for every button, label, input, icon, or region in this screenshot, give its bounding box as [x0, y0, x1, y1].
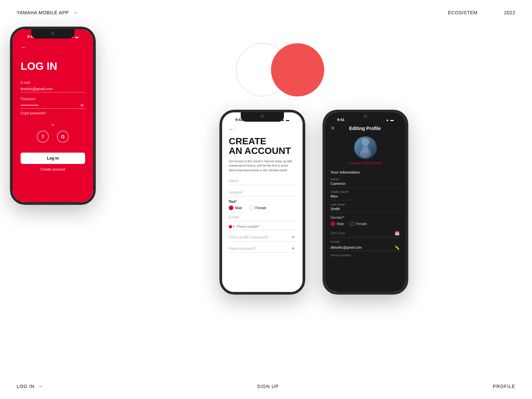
battery-icon-signup: ▬: [286, 118, 289, 122]
profile-middle-name-label: Middle name*: [331, 190, 400, 194]
circle-red-decoration: [271, 43, 324, 96]
phone-number-input[interactable]: [236, 225, 296, 228]
profile-last-name-label: Last name*: [331, 203, 400, 206]
profile-email-label: E-mail*: [331, 240, 400, 243]
footer-login: LOG IN →: [17, 384, 43, 389]
footer-profile-label: PROFILE: [493, 384, 515, 389]
male-radio[interactable]: Male: [229, 205, 242, 210]
login-back-button[interactable]: ←: [21, 44, 85, 51]
password-toggle-signup-icon[interactable]: 👁: [291, 235, 295, 240]
app-name: YAMAHA MOBILE APP: [17, 10, 69, 15]
login-title: LOG IN: [21, 61, 85, 71]
birth-date-input[interactable]: [331, 229, 400, 237]
profile-name-label: Name*: [331, 178, 400, 181]
gender-radio-group: Male Female: [229, 205, 296, 210]
gender-label: Пол*: [229, 200, 296, 203]
avatar-person-svg: [354, 137, 376, 159]
phone-login-frame: 9:41 ▲ ▬ ← LOG IN E-mail: [10, 27, 96, 205]
phone-profile-frame: 9:41 ▲ ▬ ✕ Editing Profile: [323, 110, 408, 295]
password-input[interactable]: [21, 102, 85, 109]
profile-gender-row: Male Female: [331, 221, 400, 226]
profile-phone-label: Phone number*: [331, 254, 400, 257]
signup-email-input[interactable]: [229, 213, 296, 221]
profile-avatar-section: Change profile picture: [331, 136, 400, 165]
profile-female-radio-circle[interactable]: [349, 221, 354, 226]
calendar-icon[interactable]: 📅: [395, 231, 400, 236]
phone-login-mockup: 9:41 ▲ ▬ ← LOG IN E-mail: [10, 27, 96, 205]
avatar-image: [354, 137, 376, 159]
birth-date-wrapper: 📅: [331, 229, 400, 237]
change-profile-picture-link[interactable]: Change profile picture: [349, 161, 382, 165]
signup-description: Get access to the owner's manual, keep u…: [229, 159, 296, 173]
social-buttons: f G: [21, 131, 85, 143]
phone-signup-mockup: 9:41 ▲ ▬ ← CREATE AN ACCOUNT: [219, 110, 305, 295]
forgot-password-link[interactable]: Fogot password?: [21, 111, 85, 115]
phone-profile-mockup: 9:41 ▲ ▬ ✕ Editing Profile: [323, 110, 408, 295]
profile-name-group: Name* Cameron: [331, 178, 400, 188]
svg-rect-3: [362, 146, 369, 153]
email-edit-icon[interactable]: ✏️: [395, 245, 400, 250]
email-input[interactable]: [21, 85, 85, 92]
profile-last-name-group: Last name* Smith: [331, 203, 400, 213]
battery-icon: ▬: [75, 35, 78, 39]
facebook-button[interactable]: f: [37, 131, 49, 143]
create-account-link[interactable]: Create account: [21, 167, 85, 171]
password-wrapper: 👁: [21, 102, 85, 109]
password-toggle-icon[interactable]: 👁: [80, 103, 84, 108]
profile-screen-title: Editing Profile: [349, 126, 381, 131]
male-label: Male: [235, 206, 242, 210]
female-label: Female: [255, 206, 266, 210]
footer-login-arrow: →: [38, 384, 43, 389]
female-radio-circle[interactable]: [249, 205, 254, 210]
header-left: YAMAHA MOBILE APP →: [17, 10, 78, 15]
profile-close-button[interactable]: ✕: [331, 125, 335, 131]
year: 2022: [504, 10, 515, 15]
svg-point-2: [362, 140, 369, 146]
profile-female-radio[interactable]: Female: [349, 221, 367, 226]
phone-signup-camera: [260, 114, 264, 118]
male-radio-circle[interactable]: [229, 205, 233, 210]
footer: LOG IN → SIGN UP PROFILE: [0, 384, 532, 389]
phone-profile-screen: 9:41 ▲ ▬ ✕ Editing Profile: [325, 112, 406, 292]
signup-title: CREATE AN ACCOUNT: [229, 136, 296, 156]
phone-chevron-icon[interactable]: ▾: [233, 225, 234, 228]
profile-email-input[interactable]: [331, 244, 400, 251]
surname-input[interactable]: [229, 189, 296, 197]
footer-login-label: LOG IN: [17, 384, 35, 389]
female-radio[interactable]: Female: [249, 205, 266, 210]
profile-male-radio-circle[interactable]: [331, 221, 335, 226]
repeat-password-toggle-icon[interactable]: 👁: [291, 246, 295, 251]
login-button[interactable]: Log in: [21, 153, 85, 164]
phone-profile-camera: [363, 114, 367, 118]
battery-icon-profile: ▬: [390, 118, 394, 122]
header-right: ECOSISTEM 2022: [448, 10, 515, 15]
repeat-password-input[interactable]: [229, 245, 296, 253]
phone-signup-frame: 9:41 ▲ ▬ ← CREATE AN ACCOUNT: [219, 110, 305, 295]
signup-title-line1: CREATE: [229, 136, 296, 146]
profile-male-radio[interactable]: Male: [331, 221, 344, 226]
phone-login-notch: [31, 29, 74, 39]
password-field-wrapper: 👁: [229, 233, 296, 241]
status-time-profile: 9:41: [337, 118, 344, 122]
google-button[interactable]: G: [57, 131, 69, 143]
header: YAMAHA MOBILE APP → ECOSISTEM 2022: [0, 0, 532, 25]
password-label: Password: [21, 97, 85, 101]
phone-signup-screen: 9:41 ▲ ▬ ← CREATE AN ACCOUNT: [222, 112, 303, 292]
signup-password-input[interactable]: [229, 233, 296, 241]
avatar[interactable]: [354, 136, 377, 159]
or-divider: or: [21, 123, 85, 127]
profile-header-bar: ✕ Editing Profile: [331, 125, 400, 131]
profile-female-label: Female: [356, 222, 367, 226]
company-name: ECOSISTEM: [448, 10, 477, 15]
profile-name-value: Cameron: [331, 182, 400, 188]
email-label: E-mail: [21, 81, 85, 84]
header-arrow: →: [73, 10, 78, 15]
signup-title-line2: AN ACCOUNT: [229, 146, 296, 156]
footer-signup-label: SIGN UP: [257, 384, 279, 389]
profile-gender-heading: Gender*: [331, 215, 400, 219]
signup-back-button[interactable]: ←: [229, 126, 296, 132]
phone-flag-icon: [229, 225, 232, 228]
name-input[interactable]: [229, 177, 296, 185]
your-information-label: Your information: [331, 170, 400, 174]
phone-profile-notch: [344, 112, 387, 122]
